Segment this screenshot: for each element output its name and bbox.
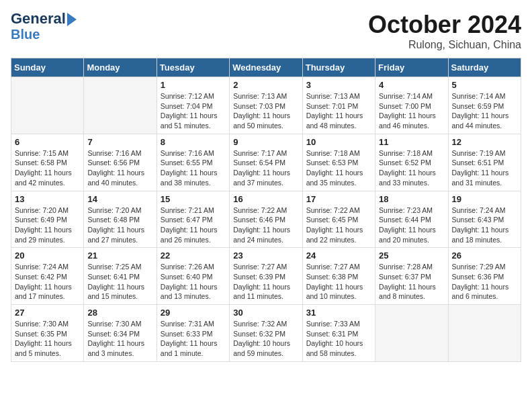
cell-content: Sunrise: 7:33 AM Sunset: 6:31 PM Dayligh… [306,319,371,359]
day-number: 16 [233,194,298,204]
cell-content: Sunrise: 7:17 AM Sunset: 6:54 PM Dayligh… [233,148,298,188]
page-header: General Blue October 2024 Rulong, Sichua… [11,11,521,51]
calendar-table: SundayMondayTuesdayWednesdayThursdayFrid… [11,58,521,362]
day-header-tuesday: Tuesday [157,58,229,77]
cell-content: Sunrise: 7:12 AM Sunset: 7:04 PM Dayligh… [161,91,226,131]
calendar-cell: 1Sunrise: 7:12 AM Sunset: 7:04 PM Daylig… [157,77,229,134]
day-number: 29 [161,308,226,318]
calendar-cell: 31Sunrise: 7:33 AM Sunset: 6:31 PM Dayli… [302,305,375,362]
cell-content: Sunrise: 7:13 AM Sunset: 7:01 PM Dayligh… [306,91,371,131]
cell-content: Sunrise: 7:27 AM Sunset: 6:39 PM Dayligh… [233,262,298,302]
day-number: 22 [161,250,226,261]
calendar-cell [11,77,84,134]
calendar-week-1: 1Sunrise: 7:12 AM Sunset: 7:04 PM Daylig… [11,77,521,134]
calendar-cell: 24Sunrise: 7:27 AM Sunset: 6:38 PM Dayli… [302,248,375,305]
calendar-cell: 26Sunrise: 7:29 AM Sunset: 6:36 PM Dayli… [448,248,521,305]
day-number: 8 [161,137,226,147]
cell-content: Sunrise: 7:21 AM Sunset: 6:47 PM Dayligh… [161,205,226,245]
cell-content: Sunrise: 7:32 AM Sunset: 6:32 PM Dayligh… [233,319,298,359]
day-number: 14 [87,194,152,204]
day-number: 6 [15,137,80,147]
calendar-cell: 23Sunrise: 7:27 AM Sunset: 6:39 PM Dayli… [230,248,302,305]
calendar-cell: 18Sunrise: 7:23 AM Sunset: 6:44 PM Dayli… [375,191,448,248]
calendar-cell: 2Sunrise: 7:13 AM Sunset: 7:03 PM Daylig… [230,77,302,134]
calendar-header-row: SundayMondayTuesdayWednesdayThursdayFrid… [11,58,521,77]
calendar-cell: 28Sunrise: 7:30 AM Sunset: 6:34 PM Dayli… [84,305,157,362]
day-number: 30 [233,308,298,318]
day-number: 7 [87,137,152,147]
logo-text-blue: Blue [11,27,40,42]
cell-content: Sunrise: 7:13 AM Sunset: 7:03 PM Dayligh… [233,91,298,131]
day-number: 11 [379,137,444,147]
day-header-thursday: Thursday [302,58,375,77]
calendar-cell [375,305,448,362]
day-header-monday: Monday [84,58,157,77]
day-number: 1 [161,80,226,90]
day-number: 20 [15,250,80,261]
day-number: 9 [233,137,298,147]
day-number: 15 [161,194,226,204]
calendar-cell: 14Sunrise: 7:20 AM Sunset: 6:48 PM Dayli… [84,191,157,248]
calendar-cell: 5Sunrise: 7:14 AM Sunset: 6:59 PM Daylig… [448,77,521,134]
calendar-cell: 21Sunrise: 7:25 AM Sunset: 6:41 PM Dayli… [84,248,157,305]
calendar-cell: 16Sunrise: 7:22 AM Sunset: 6:46 PM Dayli… [230,191,302,248]
cell-content: Sunrise: 7:29 AM Sunset: 6:36 PM Dayligh… [452,262,517,302]
cell-content: Sunrise: 7:18 AM Sunset: 6:53 PM Dayligh… [306,148,371,188]
calendar-cell: 11Sunrise: 7:18 AM Sunset: 6:52 PM Dayli… [375,134,448,191]
cell-content: Sunrise: 7:27 AM Sunset: 6:38 PM Dayligh… [306,262,371,302]
calendar-cell: 22Sunrise: 7:26 AM Sunset: 6:40 PM Dayli… [157,248,229,305]
cell-content: Sunrise: 7:26 AM Sunset: 6:40 PM Dayligh… [161,262,226,302]
calendar-week-4: 20Sunrise: 7:24 AM Sunset: 6:42 PM Dayli… [11,248,521,305]
calendar-cell: 29Sunrise: 7:31 AM Sunset: 6:33 PM Dayli… [157,305,229,362]
day-number: 31 [306,308,371,318]
day-number: 23 [233,250,298,261]
calendar-cell: 25Sunrise: 7:28 AM Sunset: 6:37 PM Dayli… [375,248,448,305]
day-number: 19 [452,194,517,204]
logo: General Blue [11,11,77,42]
cell-content: Sunrise: 7:15 AM Sunset: 6:58 PM Dayligh… [15,148,80,188]
calendar-cell: 10Sunrise: 7:18 AM Sunset: 6:53 PM Dayli… [302,134,375,191]
day-number: 21 [87,250,152,261]
calendar-cell: 17Sunrise: 7:22 AM Sunset: 6:45 PM Dayli… [302,191,375,248]
day-number: 24 [306,250,371,261]
calendar-cell: 6Sunrise: 7:15 AM Sunset: 6:58 PM Daylig… [11,134,84,191]
cell-content: Sunrise: 7:22 AM Sunset: 6:45 PM Dayligh… [306,205,371,245]
cell-content: Sunrise: 7:30 AM Sunset: 6:35 PM Dayligh… [15,319,80,359]
day-number: 13 [15,194,80,204]
day-number: 25 [379,250,444,261]
calendar-cell: 20Sunrise: 7:24 AM Sunset: 6:42 PM Dayli… [11,248,84,305]
cell-content: Sunrise: 7:14 AM Sunset: 6:59 PM Dayligh… [452,91,517,131]
calendar-body: 1Sunrise: 7:12 AM Sunset: 7:04 PM Daylig… [11,77,521,362]
calendar-cell: 12Sunrise: 7:19 AM Sunset: 6:51 PM Dayli… [448,134,521,191]
cell-content: Sunrise: 7:28 AM Sunset: 6:37 PM Dayligh… [379,262,444,302]
calendar-week-3: 13Sunrise: 7:20 AM Sunset: 6:49 PM Dayli… [11,191,521,248]
cell-content: Sunrise: 7:24 AM Sunset: 6:43 PM Dayligh… [452,205,517,245]
day-header-saturday: Saturday [448,58,521,77]
day-number: 3 [306,80,371,90]
cell-content: Sunrise: 7:16 AM Sunset: 6:56 PM Dayligh… [87,148,152,188]
cell-content: Sunrise: 7:25 AM Sunset: 6:41 PM Dayligh… [87,262,152,302]
day-number: 5 [452,80,517,90]
location: Rulong, Sichuan, China [368,39,521,51]
calendar-cell: 15Sunrise: 7:21 AM Sunset: 6:47 PM Dayli… [157,191,229,248]
day-number: 12 [452,137,517,147]
cell-content: Sunrise: 7:23 AM Sunset: 6:44 PM Dayligh… [379,205,444,245]
calendar-cell [448,305,521,362]
calendar-cell: 4Sunrise: 7:14 AM Sunset: 7:00 PM Daylig… [375,77,448,134]
cell-content: Sunrise: 7:19 AM Sunset: 6:51 PM Dayligh… [452,148,517,188]
day-number: 26 [452,250,517,261]
calendar-cell: 7Sunrise: 7:16 AM Sunset: 6:56 PM Daylig… [84,134,157,191]
day-number: 27 [15,308,80,318]
cell-content: Sunrise: 7:20 AM Sunset: 6:49 PM Dayligh… [15,205,80,245]
calendar-cell: 8Sunrise: 7:16 AM Sunset: 6:55 PM Daylig… [157,134,229,191]
cell-content: Sunrise: 7:20 AM Sunset: 6:48 PM Dayligh… [87,205,152,245]
day-header-wednesday: Wednesday [230,58,302,77]
day-number: 17 [306,194,371,204]
cell-content: Sunrise: 7:16 AM Sunset: 6:55 PM Dayligh… [161,148,226,188]
day-header-sunday: Sunday [11,58,84,77]
cell-content: Sunrise: 7:24 AM Sunset: 6:42 PM Dayligh… [15,262,80,302]
title-block: October 2024 Rulong, Sichuan, China [368,11,521,51]
day-number: 10 [306,137,371,147]
calendar-cell: 19Sunrise: 7:24 AM Sunset: 6:43 PM Dayli… [448,191,521,248]
calendar-week-5: 27Sunrise: 7:30 AM Sunset: 6:35 PM Dayli… [11,305,521,362]
